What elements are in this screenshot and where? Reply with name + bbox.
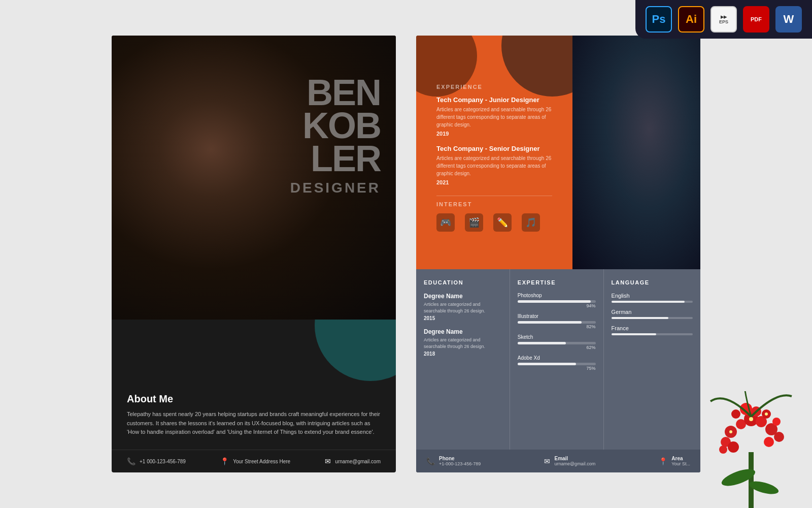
lang-english-fill bbox=[612, 301, 685, 303]
language-title: LANGUAGE bbox=[612, 279, 693, 285]
email-address: urname@gmail.com bbox=[335, 459, 381, 464]
edu-item-1: Degree Name Articles are categorized and… bbox=[424, 293, 502, 321]
phone-number: +1 000-123-456-789 bbox=[140, 459, 186, 464]
lang-france: France bbox=[612, 325, 693, 335]
skill-adobexd-bar-bg bbox=[518, 363, 596, 365]
lang-english: English bbox=[612, 293, 693, 303]
right-bottom-section: EDUCATION Degree Name Articles are categ… bbox=[416, 269, 700, 472]
cv-card-left: BEN KOB LER DESIGNER About Me Telepathy … bbox=[112, 36, 396, 472]
skill-illustrator-bar-bg bbox=[518, 321, 596, 324]
skill-sketch-pct: 62% bbox=[518, 345, 596, 350]
word-button[interactable]: W bbox=[775, 6, 802, 33]
svg-rect-0 bbox=[749, 452, 754, 508]
eps-label: ▶▶ EPS bbox=[719, 15, 728, 24]
skill-photoshop-fill bbox=[518, 300, 591, 303]
photoshop-button[interactable]: Ps bbox=[646, 6, 672, 33]
about-section: About Me Telepathy has spent nearly 20 y… bbox=[127, 393, 381, 437]
cv-card-right: EXPERIENCE Tech Company - Junior Designe… bbox=[416, 36, 700, 472]
phone-icon: 📞 bbox=[127, 457, 136, 465]
interest-gaming: 🎮 bbox=[436, 213, 455, 232]
lang-france-name: France bbox=[612, 325, 693, 331]
dark-column bbox=[572, 36, 700, 269]
right-area-label: Area bbox=[671, 456, 690, 461]
skill-illustrator-fill bbox=[518, 321, 582, 324]
svg-point-19 bbox=[749, 417, 753, 421]
pdf-button[interactable]: PDF bbox=[743, 6, 769, 33]
svg-point-18 bbox=[729, 430, 732, 433]
contact-bar-right: 📞 Phone +1-000-123-456-789 ✉ Email urnam… bbox=[416, 450, 700, 472]
lang-english-bar-bg bbox=[612, 301, 693, 303]
skill-photoshop: Photoshop 94% bbox=[518, 293, 596, 308]
name-line-2: KOB bbox=[290, 109, 381, 142]
lang-german-fill bbox=[612, 317, 668, 319]
exp-item-2: Tech Company - Senior Designer Articles … bbox=[436, 145, 552, 185]
lang-france-fill bbox=[612, 333, 656, 335]
exp-desc-2: Articles are categorized and searchable … bbox=[436, 154, 552, 177]
address-text: Your Street Address Here bbox=[233, 459, 290, 464]
skill-sketch-bar-bg bbox=[518, 342, 596, 344]
edu-degree-2: Degree Name bbox=[424, 328, 502, 335]
address-contact: 📍 Your Street Address Here bbox=[220, 457, 290, 465]
name-line-1: BEN bbox=[290, 76, 381, 109]
expertise-section: EXPERTISE Photoshop 94% Illustrator 82% bbox=[510, 269, 604, 472]
edu-year-1: 2015 bbox=[424, 315, 502, 321]
lang-german: German bbox=[612, 309, 693, 319]
svg-point-14 bbox=[774, 432, 784, 442]
right-phone-contact: 📞 Phone +1-000-123-456-789 bbox=[426, 456, 481, 466]
illustrator-button[interactable]: Ai bbox=[678, 6, 704, 33]
toolbar: Ps Ai ▶▶ EPS PDF W bbox=[635, 0, 812, 39]
email-icon: ✉ bbox=[325, 457, 331, 465]
pdf-label: PDF bbox=[751, 16, 762, 22]
ai-label: Ai bbox=[686, 13, 697, 26]
skill-sketch: Sketch 62% bbox=[518, 334, 596, 350]
skill-photoshop-pct: 94% bbox=[518, 303, 596, 308]
skill-sketch-name: Sketch bbox=[518, 334, 596, 340]
skill-adobexd-name: Adobe Xd bbox=[518, 355, 596, 361]
contact-bar-left: 📞 +1 000-123-456-789 📍 Your Street Addre… bbox=[112, 450, 396, 472]
flower-decoration bbox=[700, 391, 802, 508]
skill-photoshop-bar-bg bbox=[518, 300, 596, 303]
lang-france-bar-bg bbox=[612, 333, 693, 335]
svg-point-9 bbox=[731, 409, 740, 419]
exp-company-1: Tech Company - Junior Designer bbox=[436, 96, 552, 104]
edu-desc-1: Articles are categorized and searchable … bbox=[424, 301, 502, 314]
lang-german-bar-bg bbox=[612, 317, 693, 319]
edu-year-2: 2018 bbox=[424, 351, 502, 357]
exp-year-2: 2021 bbox=[436, 179, 552, 185]
about-text: Telepathy has spent nearly 20 years help… bbox=[127, 410, 381, 437]
right-phone-group: Phone +1-000-123-456-789 bbox=[439, 456, 481, 466]
skill-illustrator-name: Illustrator bbox=[518, 313, 596, 319]
right-email-label: Email bbox=[554, 456, 595, 461]
skill-adobexd-pct: 75% bbox=[518, 366, 596, 371]
right-area-contact: 📍 Area Your St... bbox=[659, 456, 690, 466]
right-phone-icon: 📞 bbox=[426, 457, 435, 465]
orange-column: EXPERIENCE Tech Company - Junior Designe… bbox=[416, 36, 572, 269]
right-area-group: Area Your St... bbox=[671, 456, 690, 466]
skill-adobexd: Adobe Xd 75% bbox=[518, 355, 596, 371]
phone-contact: 📞 +1 000-123-456-789 bbox=[127, 457, 186, 465]
interest-music: 🎵 bbox=[522, 213, 540, 232]
right-email-contact: ✉ Email urname@gmail.com bbox=[544, 456, 595, 466]
skill-sketch-fill bbox=[518, 342, 566, 344]
word-label: W bbox=[784, 13, 794, 26]
skill-adobexd-fill bbox=[518, 363, 576, 365]
interest-drawing: ✏️ bbox=[493, 213, 512, 232]
svg-point-16 bbox=[728, 441, 739, 453]
edu-degree-1: Degree Name bbox=[424, 293, 502, 300]
content-area: BEN KOB LER DESIGNER About Me Telepathy … bbox=[0, 0, 812, 508]
interest-video: 🎬 bbox=[465, 213, 483, 232]
right-area-text: Your St... bbox=[671, 461, 690, 466]
right-top-section: EXPERIENCE Tech Company - Junior Designe… bbox=[416, 36, 700, 269]
right-location-icon: 📍 bbox=[659, 457, 667, 465]
name-line-3: LER bbox=[290, 142, 381, 175]
language-section: LANGUAGE English German France bbox=[604, 269, 700, 472]
location-icon: 📍 bbox=[220, 457, 229, 465]
person-face-inner bbox=[572, 36, 700, 269]
lang-german-name: German bbox=[612, 309, 693, 315]
skill-illustrator: Illustrator 82% bbox=[518, 313, 596, 329]
right-email-address: urname@gmail.com bbox=[554, 461, 595, 466]
interest-icons: 🎮 🎬 ✏️ 🎵 bbox=[436, 213, 552, 232]
svg-point-15 bbox=[719, 446, 727, 454]
eps-button[interactable]: ▶▶ EPS bbox=[710, 6, 737, 33]
experience-label: EXPERIENCE bbox=[436, 84, 552, 90]
